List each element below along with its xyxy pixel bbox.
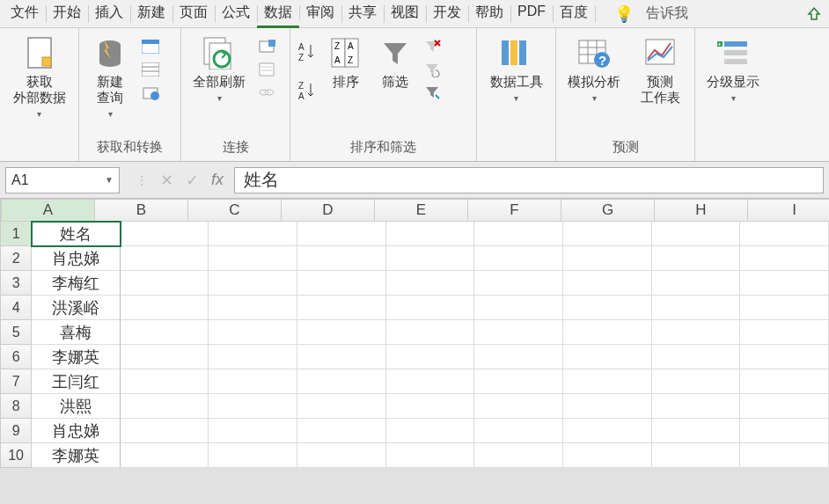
cell-I9[interactable] — [740, 419, 829, 443]
cell-C5[interactable] — [209, 320, 297, 345]
cell-B5[interactable] — [121, 320, 209, 345]
cell-F3[interactable] — [474, 271, 563, 296]
row-header-4[interactable]: 4 — [0, 296, 32, 320]
advanced-icon[interactable] — [422, 83, 442, 102]
cell-D4[interactable] — [297, 296, 386, 320]
cell-B10[interactable] — [121, 443, 209, 468]
properties-icon[interactable] — [257, 60, 276, 79]
row-header-7[interactable]: 7 — [0, 369, 32, 394]
col-header-B[interactable]: B — [95, 199, 188, 222]
cell-E8[interactable] — [386, 394, 475, 419]
cell-G8[interactable] — [563, 394, 652, 419]
what-if-button[interactable]: ? 模拟分析 ▾ — [561, 32, 627, 106]
cell-I3[interactable] — [740, 271, 829, 296]
spreadsheet-grid[interactable]: ABCDEFGHI 1姓名2肖忠娣3李梅红4洪溪峪5喜梅6李娜英7王闫红8洪熙9… — [0, 199, 829, 468]
cell-A8[interactable]: 洪熙 — [32, 394, 121, 419]
menu-数据[interactable]: 数据 — [257, 0, 299, 28]
cell-I7[interactable] — [740, 369, 829, 394]
cell-E5[interactable] — [386, 320, 475, 345]
cell-B8[interactable] — [121, 394, 209, 419]
cell-F6[interactable] — [474, 345, 563, 369]
cell-D9[interactable] — [297, 419, 386, 443]
cell-C9[interactable] — [209, 419, 297, 443]
row-header-10[interactable]: 10 — [0, 443, 32, 468]
cell-D3[interactable] — [297, 271, 386, 296]
name-box[interactable]: A1 ▼ — [5, 167, 120, 194]
row-header-2[interactable]: 2 — [0, 246, 32, 271]
cell-F7[interactable] — [474, 369, 563, 394]
fx-icon[interactable]: fx — [211, 171, 224, 189]
check-icon[interactable]: ✓ — [186, 171, 199, 190]
menu-审阅[interactable]: 审阅 — [299, 0, 341, 28]
cell-B2[interactable] — [121, 246, 209, 271]
cell-G2[interactable] — [563, 246, 652, 271]
data-tools-button[interactable]: 数据工具 ▾ — [482, 32, 550, 106]
cell-D6[interactable] — [297, 345, 386, 369]
cell-A10[interactable]: 李娜英 — [32, 443, 121, 468]
get-external-data-button[interactable]: 获取 外部数据 ▾ — [5, 32, 73, 122]
cell-F9[interactable] — [474, 419, 563, 443]
cell-F4[interactable] — [474, 296, 563, 320]
cell-I1[interactable] — [740, 222, 829, 246]
cell-C4[interactable] — [209, 296, 297, 320]
reapply-icon[interactable] — [422, 60, 442, 79]
cell-E6[interactable] — [386, 345, 475, 369]
row-header-3[interactable]: 3 — [0, 271, 32, 296]
cell-C3[interactable] — [209, 271, 297, 296]
cell-C2[interactable] — [209, 246, 297, 271]
cell-H4[interactable] — [652, 296, 741, 320]
cell-C6[interactable] — [209, 345, 297, 369]
cell-B9[interactable] — [121, 419, 209, 443]
cell-G7[interactable] — [563, 369, 652, 394]
cancel-icon[interactable]: ✕ — [160, 171, 173, 190]
cell-C1[interactable] — [209, 222, 297, 246]
cell-D1[interactable] — [297, 222, 386, 246]
row-header-8[interactable]: 8 — [0, 394, 32, 419]
cell-F10[interactable] — [474, 443, 563, 468]
cell-E1[interactable] — [386, 222, 475, 246]
lightbulb-icon[interactable]: 💡 — [614, 4, 634, 24]
row-header-9[interactable]: 9 — [0, 419, 32, 443]
menu-开始[interactable]: 开始 — [46, 0, 88, 28]
cell-H2[interactable] — [652, 246, 741, 271]
cell-G5[interactable] — [563, 320, 652, 345]
col-header-E[interactable]: E — [375, 199, 468, 222]
cell-H3[interactable] — [652, 271, 741, 296]
connections-icon[interactable] — [257, 37, 276, 56]
recent-sources-icon[interactable] — [141, 83, 160, 102]
cell-C7[interactable] — [209, 369, 297, 394]
cell-I8[interactable] — [740, 394, 829, 419]
select-all-corner[interactable] — [0, 199, 2, 222]
row-header-5[interactable]: 5 — [0, 320, 32, 345]
cell-A5[interactable]: 喜梅 — [32, 320, 121, 345]
col-header-I[interactable]: I — [748, 199, 829, 222]
col-header-H[interactable]: H — [655, 199, 748, 222]
menu-页面[interactable]: 页面 — [172, 0, 215, 28]
sort-button[interactable]: ZAAZ 排序 — [324, 32, 368, 93]
sort-az-icon[interactable]: AZ — [296, 40, 319, 63]
cell-E10[interactable] — [386, 443, 475, 468]
cell-E3[interactable] — [386, 271, 475, 296]
cell-I4[interactable] — [740, 296, 829, 320]
col-header-C[interactable]: C — [188, 199, 282, 222]
cell-F8[interactable] — [474, 394, 563, 419]
cell-A6[interactable]: 李娜英 — [32, 345, 121, 369]
cell-C10[interactable] — [209, 443, 297, 468]
forecast-sheet-button[interactable]: 预测 工作表 — [632, 32, 688, 109]
cell-B4[interactable] — [121, 296, 209, 320]
cell-G10[interactable] — [563, 443, 652, 468]
menu-新建[interactable]: 新建 — [130, 0, 172, 28]
col-header-D[interactable]: D — [282, 199, 375, 222]
cell-E2[interactable] — [386, 246, 475, 271]
menu-公式[interactable]: 公式 — [215, 0, 257, 28]
cell-H7[interactable] — [652, 369, 741, 394]
outline-button[interactable]: + 分级显示 ▾ — [701, 32, 766, 106]
cell-G1[interactable] — [563, 222, 652, 246]
cell-H9[interactable] — [652, 419, 741, 443]
cell-A4[interactable]: 洪溪峪 — [32, 296, 121, 320]
cell-A1[interactable]: 姓名 — [32, 222, 121, 246]
cell-G4[interactable] — [563, 296, 652, 320]
cell-D10[interactable] — [297, 443, 386, 468]
cell-H8[interactable] — [652, 394, 741, 419]
share-icon[interactable] — [806, 6, 822, 22]
